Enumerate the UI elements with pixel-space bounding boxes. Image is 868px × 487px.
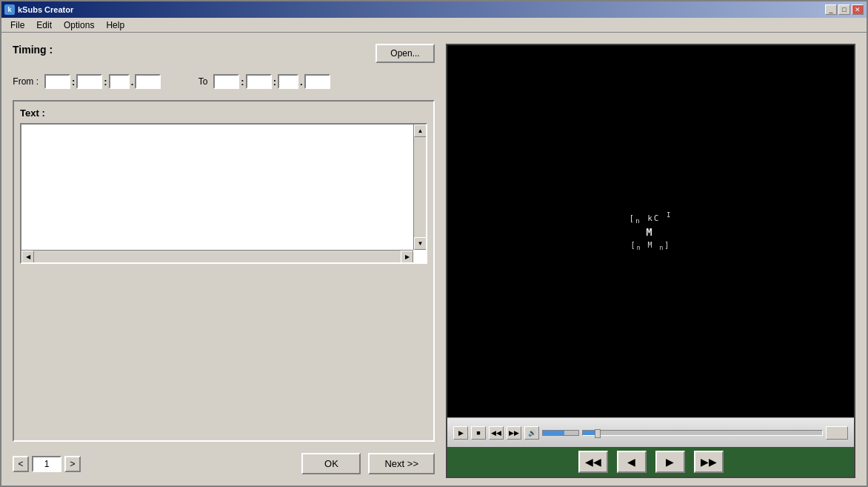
open-button[interactable]: Open...	[375, 44, 435, 63]
menu-edit[interactable]: Edit	[30, 19, 58, 32]
progress-bar-container[interactable]	[582, 430, 823, 436]
from-sep3: .	[131, 76, 134, 87]
subtitle-text-input[interactable]	[21, 125, 413, 249]
progress-bar-fill	[583, 431, 595, 435]
logo-line3: [n M n]	[630, 240, 672, 252]
text-panel-label: Text :	[20, 107, 427, 119]
scroll-up-btn[interactable]: ▲	[414, 125, 427, 137]
from-seconds[interactable]	[109, 74, 130, 89]
right-panel: [n kC I M [n M n] ▶ ■ ◀◀ ▶▶ 🔊	[446, 40, 855, 478]
time-display	[826, 426, 848, 440]
page-nav: < >	[13, 456, 81, 472]
text-panel: Text : ▲ ▼ ◀ ▶	[13, 100, 435, 442]
to-sep3: .	[300, 76, 303, 87]
action-buttons: OK Next >>	[301, 453, 435, 474]
video-container: [n kC I M [n M n] ▶ ■ ◀◀ ▶▶ 🔊	[446, 44, 855, 478]
to-hours[interactable]	[213, 74, 239, 89]
window-title: kSubs Creator	[18, 5, 73, 14]
close-button[interactable]: ✕	[852, 4, 864, 15]
to-inputs: : : .	[213, 74, 330, 89]
to-label: To	[181, 76, 207, 87]
timing-label: Timing :	[13, 44, 53, 56]
left-panel: Timing : Open... From : : : . To	[13, 40, 435, 478]
from-sep1: :	[72, 76, 75, 87]
volume-fill	[543, 431, 564, 435]
volume-slider[interactable]	[542, 430, 579, 436]
scroll-right-btn[interactable]: ▶	[401, 251, 413, 263]
main-window: k kSubs Creator _ □ ✕ File Edit Options …	[0, 0, 868, 487]
from-inputs: : : .	[44, 74, 161, 89]
maximize-button[interactable]: □	[838, 4, 850, 15]
next-page-button[interactable]: >	[64, 456, 81, 472]
play-button[interactable]: ▶	[453, 426, 468, 440]
video-controls-bar: ▶ ■ ◀◀ ▶▶ 🔊	[447, 417, 854, 447]
menu-help[interactable]: Help	[100, 19, 130, 32]
minimize-button[interactable]: _	[825, 4, 837, 15]
to-seconds[interactable]	[278, 74, 298, 89]
next-button[interactable]: Next >>	[368, 453, 435, 474]
logo-line1: [n kC I	[630, 211, 672, 225]
volume-button[interactable]: 🔊	[524, 426, 539, 440]
to-ms[interactable]	[304, 74, 330, 89]
timing-row: From : : : . To : : .	[13, 70, 435, 93]
scroll-left-btn[interactable]: ◀	[21, 251, 34, 263]
page-number-input[interactable]	[32, 456, 61, 472]
fast-forward-button[interactable]: ▶▶	[507, 426, 521, 440]
rewind-button[interactable]: ◀◀	[489, 426, 504, 440]
video-prev-button[interactable]: ◀	[617, 451, 647, 473]
video-next-next-button[interactable]: ▶▶	[694, 451, 724, 473]
video-prev-prev-button[interactable]: ◀◀	[578, 451, 608, 473]
header-row: Timing : Open...	[13, 40, 435, 63]
from-sep2: :	[104, 76, 107, 87]
menu-options[interactable]: Options	[58, 19, 100, 32]
vertical-scrollbar[interactable]: ▲ ▼	[413, 125, 426, 250]
bottom-row: < > OK Next >>	[13, 449, 435, 478]
menu-bar: File Edit Options Help	[1, 18, 867, 33]
main-content: Timing : Open... From : : : . To	[1, 33, 867, 486]
from-hours[interactable]	[44, 74, 70, 89]
prev-page-button[interactable]: <	[13, 456, 29, 472]
scroll-down-btn[interactable]: ▼	[414, 237, 427, 250]
title-bar-left: k kSubs Creator	[4, 4, 73, 15]
to-sep2: :	[273, 76, 276, 87]
scroll-track-horizontal	[34, 251, 401, 262]
scroll-track-vertical	[414, 137, 426, 237]
to-minutes[interactable]	[246, 74, 272, 89]
from-label: From :	[13, 76, 39, 87]
video-logo: [n kC I M [n M n]	[630, 211, 672, 252]
video-nav-row: ◀◀ ◀ ▶ ▶▶	[447, 447, 854, 477]
title-buttons: _ □ ✕	[825, 4, 864, 15]
video-next-button[interactable]: ▶	[655, 451, 685, 473]
app-icon: k	[4, 4, 15, 15]
video-screen: [n kC I M [n M n]	[447, 45, 854, 417]
stop-button[interactable]: ■	[471, 426, 486, 440]
to-sep1: :	[241, 76, 244, 87]
menu-file[interactable]: File	[4, 19, 30, 32]
from-minutes[interactable]	[76, 74, 102, 89]
title-bar: k kSubs Creator _ □ ✕	[1, 1, 867, 18]
from-ms[interactable]	[135, 74, 161, 89]
text-area-container: ▲ ▼ ◀ ▶	[20, 123, 427, 264]
logo-line2: M	[630, 225, 672, 240]
horizontal-scrollbar[interactable]: ◀ ▶	[21, 250, 413, 262]
progress-thumb[interactable]	[595, 429, 601, 438]
ok-button[interactable]: OK	[301, 453, 361, 474]
